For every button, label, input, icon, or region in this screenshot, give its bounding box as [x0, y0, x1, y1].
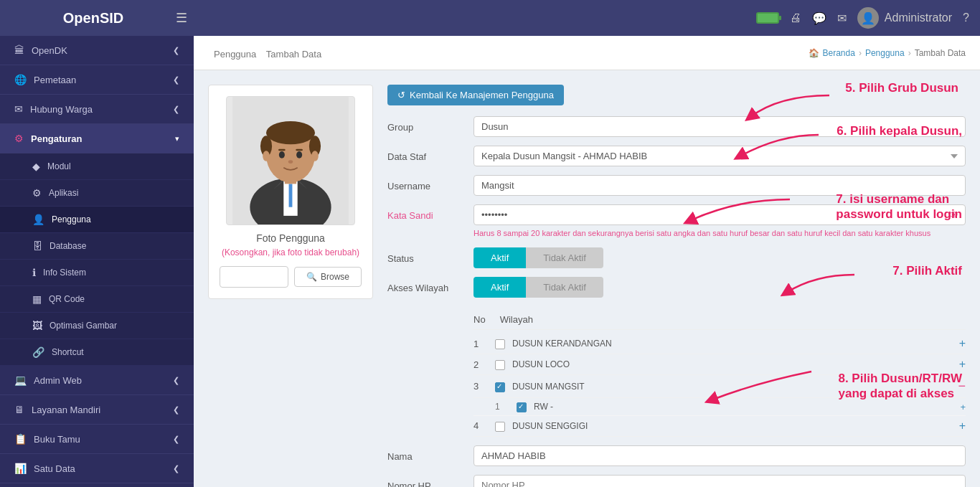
password-input[interactable] — [473, 204, 966, 225]
svg-point-7 — [266, 121, 315, 144]
checkbox-dusun-mangsit[interactable] — [495, 382, 505, 392]
akses-label: Akses Wilayah — [387, 277, 473, 293]
sidebar-label-admin-web: Admin Web — [34, 375, 82, 386]
breadcrumb-beranda[interactable]: Beranda — [823, 48, 855, 58]
form-panel: ↺ Kembali Ke Manajemen Pengguna Group Da… — [387, 85, 966, 487]
refresh-icon: ↺ — [397, 90, 405, 100]
sub-rw-name: RW - — [534, 402, 553, 412]
content-body: Foto Pengguna (Kosongkan, jika foto tida… — [194, 70, 980, 487]
form-row-group: Group — [387, 116, 966, 137]
group-label: Group — [387, 116, 473, 133]
breadcrumb-pengguna[interactable]: Pengguna — [865, 48, 905, 58]
info-icon: ℹ — [32, 267, 36, 278]
print-icon[interactable]: 🖨 — [790, 11, 801, 24]
data-staf-select[interactable]: Kepala Dusun Mangsit - AHMAD HABIB — [473, 146, 966, 166]
kata-sandi-label: Kata Sandi — [387, 204, 473, 221]
sidebar-item-modul[interactable]: ◆ Modul — [0, 153, 194, 180]
sidebar-label-layanan: Layanan Mandiri — [32, 405, 100, 415]
akses-tidak-aktif-button[interactable]: Tidak Aktif — [526, 277, 603, 298]
mail-icon[interactable]: ✉ — [837, 11, 847, 25]
akses-aktif-button[interactable]: Aktif — [473, 277, 526, 298]
sidebar-item-database[interactable]: 🗄 Database — [0, 233, 194, 260]
arrow-icon: ❮ — [173, 405, 179, 415]
hamburger-menu[interactable]: ☰ — [176, 10, 756, 26]
checkbox-rw[interactable] — [517, 402, 527, 412]
arrow-icon: ❮ — [173, 464, 179, 473]
form-row-akses: Akses Wilayah Aktif Tidak Aktif — [387, 277, 966, 298]
svg-point-10 — [279, 151, 285, 159]
page-subtitle: Tambah Data — [266, 49, 321, 60]
wilayah-name-1: DUSUN KERANDANGAN — [512, 339, 959, 349]
wilayah-header: No Wilayah — [473, 310, 966, 330]
photo-card: Foto Pengguna (Kosongkan, jika foto tida… — [208, 85, 373, 299]
wilayah-section: No Wilayah 1 DUSUN KERANDANGAN — [473, 310, 966, 437]
pemetaan-icon: 🌐 — [14, 74, 27, 85]
sidebar-item-pemetaan[interactable]: 🌐 Pemetaan ❮ — [0, 65, 194, 95]
svg-rect-4 — [289, 184, 293, 207]
top-navigation: OpenSID ☰ 🖨 💬 ✉ 👤 Administrator ? — [0, 0, 980, 36]
wilayah-plus-4[interactable]: + — [959, 420, 966, 432]
sidebar-label-pemetaan: Pemetaan — [34, 75, 76, 85]
checkbox-dusun-kerandangan[interactable] — [495, 339, 505, 349]
nama-input[interactable] — [473, 445, 966, 466]
svg-point-11 — [296, 151, 302, 159]
sidebar-label-buku: Buku Tamu — [34, 434, 80, 445]
satu-data-icon: 📊 — [14, 463, 27, 474]
pengguna-icon: 👤 — [32, 214, 44, 225]
sidebar-label-modul: Modul — [47, 161, 71, 171]
home-icon: 🏠 — [809, 48, 819, 58]
database-icon: 🗄 — [32, 240, 42, 252]
help-icon[interactable]: ? — [963, 11, 969, 24]
sidebar-item-shortcut[interactable]: 🔗 Shortcut — [0, 339, 194, 366]
sidebar-label-pengaturan: Pengaturan — [31, 133, 83, 144]
sidebar-label-satu-data: Satu Data — [34, 463, 75, 474]
main-layout: 🏛 OpenDK ❮ 🌐 Pemetaan ❮ ✉ Hubung Warga ❮… — [0, 36, 980, 487]
user-area[interactable]: 👤 Administrator — [857, 7, 952, 29]
checkbox-dusun-senggigi[interactable] — [495, 422, 505, 432]
sidebar-item-pengaturan[interactable]: ⚙ Pengaturan ▾ — [0, 124, 194, 153]
sidebar-item-hubung-warga[interactable]: ✉ Hubung Warga ❮ — [0, 95, 194, 124]
sidebar-item-aplikasi[interactable]: ⚙ Aplikasi — [0, 180, 194, 207]
svg-point-16 — [311, 151, 319, 161]
svg-rect-12 — [278, 149, 286, 151]
sidebar-item-info-sistem[interactable]: ℹ Info Sistem — [0, 260, 194, 286]
wilayah-plus-2[interactable]: + — [959, 358, 966, 371]
arrow-icon: ❮ — [173, 46, 179, 55]
nomor-hp-input[interactable] — [473, 475, 966, 487]
arrow-icon: ❮ — [173, 435, 179, 444]
sub-rw-plus[interactable]: + — [960, 402, 966, 412]
battery-icon — [756, 12, 779, 24]
eye-icon[interactable]: 👁 — [948, 209, 958, 221]
sidebar-item-anjungan[interactable]: 📺 Anjungan ❮ — [0, 483, 194, 487]
chat-icon[interactable]: 💬 — [812, 11, 826, 25]
browse-button[interactable]: 🔍 Browse — [294, 267, 362, 287]
optimasi-icon: 🖼 — [32, 320, 42, 331]
top-nav-right: 🖨 💬 ✉ 👤 Administrator ? — [756, 7, 969, 29]
group-input[interactable] — [473, 116, 966, 137]
layanan-icon: 🖥 — [14, 404, 24, 415]
sidebar-item-buku-tamu[interactable]: 📋 Buku Tamu ❮ — [0, 425, 194, 454]
sidebar-item-pengguna[interactable]: 👤 Pengguna — [0, 207, 194, 233]
sidebar-item-satu-data[interactable]: 📊 Satu Data ❮ — [0, 454, 194, 483]
wilayah-minus-3[interactable]: − — [958, 379, 966, 394]
sidebar-item-qr-code[interactable]: ▦ QR Code — [0, 286, 194, 313]
form-row-nomor-hp: Nomor HP — [387, 475, 966, 487]
username-input[interactable] — [473, 175, 966, 196]
form-row-data-staf: Data Staf Kepala Dusun Mangsit - AHMAD H… — [387, 146, 966, 166]
wilayah-sub-row: 1 RW - + — [473, 398, 966, 416]
sidebar-item-optimasi[interactable]: 🖼 Optimasi Gambar — [0, 313, 194, 339]
breadcrumb-current: Tambah Data — [915, 48, 966, 58]
checkbox-dusun-loco[interactable] — [495, 360, 505, 370]
back-button[interactable]: ↺ Kembali Ke Manajemen Pengguna — [387, 85, 564, 105]
wilayah-plus-1[interactable]: + — [959, 337, 966, 350]
form-row-kata-sandi: Kata Sandi 👁 Harus 8 sampai 20 karakter … — [387, 204, 966, 239]
sidebar-item-opendk[interactable]: 🏛 OpenDK ❮ — [0, 36, 194, 65]
status-aktif-button[interactable]: Aktif — [473, 247, 526, 268]
modul-icon: ◆ — [32, 161, 40, 172]
sidebar-item-layanan[interactable]: 🖥 Layanan Mandiri ❮ — [0, 395, 194, 425]
status-tidak-aktif-button[interactable]: Tidak Aktif — [526, 247, 603, 268]
sidebar-sub-pengaturan: ◆ Modul ⚙ Aplikasi 👤 Pengguna 🗄 Database… — [0, 153, 194, 366]
arrow-icon: ❮ — [173, 376, 179, 385]
arrow-down-icon: ▾ — [175, 134, 179, 143]
sidebar-item-admin-web[interactable]: 💻 Admin Web ❮ — [0, 366, 194, 395]
